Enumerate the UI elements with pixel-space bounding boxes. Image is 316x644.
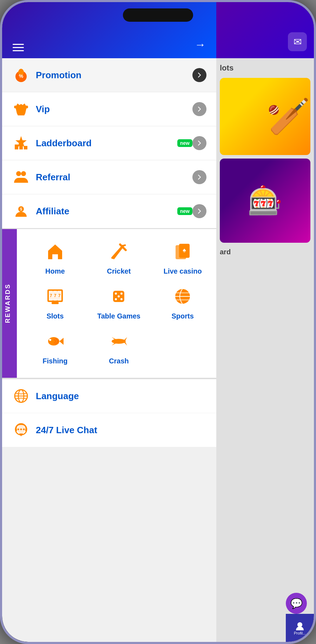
nav-item-live-casino[interactable]: ♠ Live casino: [152, 236, 213, 281]
svg-line-16: [114, 247, 123, 259]
rewards-tab[interactable]: REWARDS: [2, 229, 17, 378]
live-casino-icon: ♠: [173, 242, 192, 264]
menu-item-promotion[interactable]: % Promotion: [2, 58, 216, 92]
nav-item-empty: [152, 326, 213, 371]
svg-point-30: [115, 293, 117, 295]
svg-marker-38: [59, 338, 64, 345]
svg-rect-55: [15, 429, 17, 431]
referral-arrow[interactable]: [192, 170, 206, 184]
bg-card-casino: 🎰: [220, 159, 310, 243]
nav-item-sports[interactable]: Sports: [152, 281, 213, 326]
ladderboard-icon: [12, 134, 30, 152]
table-games-icon: [109, 287, 129, 309]
bg-header: ✉: [216, 2, 314, 58]
bg-card-cricket: 🏏: [220, 78, 310, 155]
table-games-label: Table Games: [97, 312, 140, 320]
bottom-section: Language: [2, 378, 216, 447]
cricket-player-visual: 🏏: [220, 78, 310, 155]
language-label: Language: [36, 391, 79, 402]
bottom-item-live-chat[interactable]: 24/7 Live Chat: [2, 413, 216, 447]
svg-text:7: 7: [50, 293, 52, 298]
nav-item-cricket[interactable]: Cricket: [89, 236, 149, 281]
bottom-item-language[interactable]: Language: [2, 379, 216, 413]
hamburger-icon[interactable]: [13, 44, 24, 51]
svg-text:$: $: [20, 207, 22, 211]
svg-point-54: [23, 429, 25, 430]
referral-label: Referral: [36, 172, 192, 183]
svg-point-5: [20, 104, 22, 107]
promotion-arrow[interactable]: [192, 68, 206, 82]
nav-grid-row3: Fishing: [6, 326, 213, 371]
affiliate-badge: new: [177, 207, 192, 215]
drawer-panel: → % Promotion: [2, 2, 216, 642]
svg-point-34: [118, 295, 120, 297]
home-label: Home: [45, 267, 65, 275]
live-casino-label: Live casino: [164, 267, 202, 275]
crash-label: Crash: [109, 357, 129, 365]
svg-point-53: [20, 429, 22, 430]
slots-label: Slots: [46, 312, 64, 320]
nav-item-slots[interactable]: 7 7 7 Slots: [25, 281, 85, 326]
bg-panel: ✉ lots 🏏 🎰: [216, 2, 314, 642]
phone-notch: [123, 8, 193, 22]
svg-point-52: [18, 429, 19, 430]
slots-icon: 7 7 7: [45, 287, 65, 309]
nav-item-crash[interactable]: Crash: [89, 326, 149, 371]
nav-item-fishing[interactable]: Fishing: [25, 326, 85, 371]
vip-arrow[interactable]: [192, 102, 206, 116]
cricket-icon: [109, 242, 129, 264]
casino-visual: 🎰: [220, 159, 310, 243]
menu-item-ladderboard[interactable]: Ladderboard new: [2, 126, 216, 160]
svg-text:7: 7: [58, 293, 60, 298]
affiliate-icon: $: [12, 202, 30, 220]
svg-rect-8: [24, 146, 27, 149]
svg-point-57: [297, 622, 302, 627]
svg-rect-28: [52, 302, 59, 304]
nav-item-home[interactable]: Home: [25, 236, 85, 281]
home-icon: [45, 242, 65, 264]
mail-icon[interactable]: ✉: [288, 32, 307, 51]
fishing-icon: [45, 331, 65, 354]
ladderboard-badge: new: [177, 139, 192, 147]
live-chat-icon: [12, 421, 30, 439]
menu-item-vip[interactable]: Vip: [2, 92, 216, 126]
svg-point-4: [25, 106, 28, 108]
sports-label: Sports: [171, 312, 193, 320]
bg-content: lots 🏏 🎰 ard: [216, 58, 314, 642]
nav-grid-section: REWARDS Home: [2, 229, 216, 378]
arrow-right-icon[interactable]: →: [195, 38, 206, 51]
chat-bubble-button[interactable]: 💬: [286, 593, 307, 614]
nav-item-table-games[interactable]: Table Games: [89, 281, 149, 326]
sports-icon: [173, 287, 192, 309]
affiliate-label: Affiliate: [36, 206, 174, 217]
vip-label: Vip: [36, 104, 192, 115]
menu-item-affiliate[interactable]: $ Affiliate new: [2, 194, 216, 228]
phone-screen: → % Promotion: [2, 2, 314, 642]
svg-marker-44: [124, 337, 127, 341]
phone-frame: → % Promotion: [0, 0, 316, 644]
svg-text:7: 7: [54, 293, 56, 298]
profile-label: Profil...: [294, 631, 306, 635]
cricket-label: Cricket: [107, 267, 131, 275]
bg-ladderboard-label: ard: [220, 246, 310, 258]
svg-text:♠: ♠: [183, 247, 186, 254]
language-icon: [12, 387, 30, 405]
svg-point-11: [21, 171, 26, 176]
svg-point-31: [120, 293, 123, 295]
promotion-icon: %: [12, 66, 30, 84]
svg-rect-56: [25, 429, 27, 431]
menu-section: % Promotion: [2, 58, 216, 228]
svg-point-33: [120, 298, 123, 300]
promotion-label: Promotion: [36, 70, 192, 81]
ladderboard-arrow[interactable]: [192, 136, 206, 150]
bg-slots-label: lots: [220, 62, 310, 74]
nav-grid-row1: Home Cricket: [6, 236, 213, 281]
profile-button[interactable]: Profil...: [286, 614, 314, 642]
affiliate-arrow[interactable]: [192, 204, 206, 218]
svg-point-10: [16, 171, 21, 176]
crash-icon: [109, 331, 129, 354]
svg-point-46: [112, 340, 115, 343]
ladderboard-label: Ladderboard: [36, 138, 174, 149]
svg-line-15: [123, 245, 125, 246]
menu-item-referral[interactable]: Referral: [2, 160, 216, 194]
